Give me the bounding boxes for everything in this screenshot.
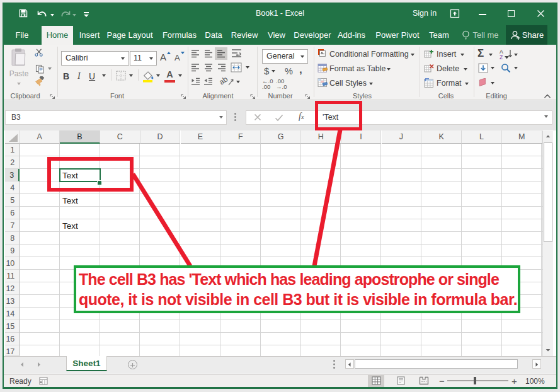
svg-text:Z: Z — [500, 54, 503, 60]
